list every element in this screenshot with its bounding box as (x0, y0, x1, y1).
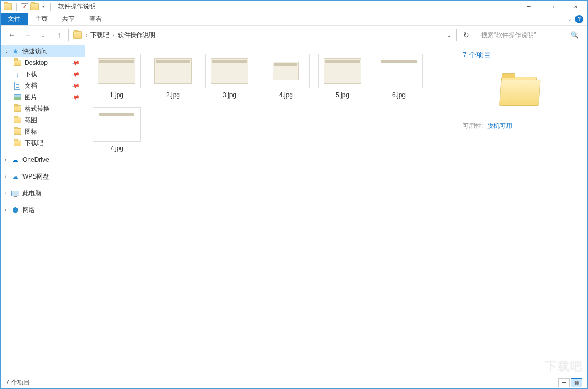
folder-icon (13, 104, 21, 113)
expand-icon[interactable]: › (5, 157, 11, 162)
nav-up-button[interactable]: ↑ (53, 29, 65, 41)
pictures-icon (13, 93, 21, 101)
sidebar-wps[interactable]: › ☁ WPS网盘 (1, 171, 85, 182)
expand-icon[interactable]: › (5, 174, 11, 179)
wps-icon: ☁ (11, 172, 19, 181)
file-thumbnail (318, 54, 366, 88)
file-thumbnail (93, 54, 141, 88)
window-controls: ─ ☐ ✕ (517, 1, 587, 13)
nav-back-button[interactable]: ← (6, 29, 18, 41)
file-list[interactable]: 1.jpg2.jpg3.jpg4.jpg5.jpg6.jpg7.jpg (85, 44, 452, 376)
network-icon: ⬢ (11, 206, 19, 214)
sidebar-desktop[interactable]: Desktop 📌 (1, 57, 85, 68)
sidebar-item-label: 此电脑 (22, 189, 85, 198)
quick-access-toolbar: ✓ ▾ 软件操作说明 (1, 2, 96, 11)
file-item[interactable]: 6.jpg (373, 52, 425, 101)
details-availability-row: 可用性: 脱机可用 (463, 122, 577, 131)
breadcrumb[interactable]: › 下载吧 › 软件操作说明 ⌄ (68, 29, 457, 41)
folder-icon (13, 116, 21, 124)
folder-icon (13, 127, 21, 136)
nav-forward-button[interactable]: → (21, 29, 34, 41)
maximize-button[interactable]: ☐ (540, 1, 564, 13)
breadcrumb-item[interactable]: 下载吧 (89, 31, 110, 40)
sidebar-downloads[interactable]: ↓ 下载 📌 (1, 68, 85, 80)
breadcrumb-item[interactable]: 软件操作说明 (117, 31, 156, 40)
sidebar-item-label: 快速访问 (22, 47, 85, 56)
file-thumbnail (93, 107, 141, 142)
close-button[interactable]: ✕ (564, 1, 587, 13)
file-thumbnail (205, 54, 253, 88)
qat-dropdown-icon[interactable]: ▾ (41, 4, 46, 9)
search-box[interactable]: 🔍 (478, 29, 582, 41)
folder-icon (13, 139, 21, 147)
expand-icon[interactable]: › (5, 191, 11, 196)
help-icon[interactable]: ? (575, 15, 583, 23)
navigation-pane[interactable]: ⌄ ★ 快速访问 Desktop 📌 ↓ 下载 📌 文档 📌 图片 📌 格式转换 (1, 44, 85, 376)
title-bar: ✓ ▾ 软件操作说明 ─ ☐ ✕ (1, 1, 587, 13)
file-name: 2.jpg (166, 91, 180, 99)
desktop-icon (13, 58, 21, 67)
file-item[interactable]: 4.jpg (260, 52, 312, 101)
separator (50, 3, 51, 11)
sidebar-item-label: WPS网盘 (22, 172, 85, 181)
sidebar-pictures[interactable]: 图片 📌 (1, 91, 85, 103)
navigation-bar: ← → ⌄ ↑ › 下载吧 › 软件操作说明 ⌄ ↻ 🔍 (1, 26, 587, 44)
ribbon-expand-icon[interactable]: ⌄ (568, 16, 572, 22)
file-thumbnail (375, 54, 423, 88)
nav-recent-dropdown[interactable]: ⌄ (37, 29, 50, 41)
sidebar-xiazaiba[interactable]: 下载吧 (1, 137, 85, 149)
file-item[interactable]: 7.jpg (90, 105, 143, 154)
file-item[interactable]: 3.jpg (203, 52, 256, 101)
sidebar-quick-access[interactable]: ⌄ ★ 快速访问 (1, 45, 85, 57)
sidebar-item-label: 下载吧 (25, 139, 85, 148)
breadcrumb-folder-icon (73, 31, 82, 39)
ribbon: 文件 主页 共享 查看 ⌄ ? (1, 13, 587, 26)
file-item[interactable]: 5.jpg (316, 52, 368, 101)
downloads-icon: ↓ (13, 70, 21, 78)
main-area: ⌄ ★ 快速访问 Desktop 📌 ↓ 下载 📌 文档 📌 图片 📌 格式转换 (1, 44, 587, 376)
file-name: 7.jpg (110, 145, 123, 152)
details-availability-value: 脱机可用 (487, 122, 512, 131)
minimize-button[interactable]: ─ (517, 1, 540, 13)
file-name: 5.jpg (336, 91, 349, 99)
tab-file[interactable]: 文件 (1, 13, 28, 25)
onedrive-icon: ☁ (11, 156, 19, 164)
tab-home[interactable]: 主页 (28, 13, 55, 25)
details-folder-icon (499, 73, 541, 106)
qat-properties-icon[interactable]: ✓ (21, 3, 28, 10)
collapse-icon[interactable]: ⌄ (5, 49, 11, 54)
file-name: 1.jpg (110, 91, 123, 99)
file-item[interactable]: 1.jpg (90, 52, 143, 101)
search-icon[interactable]: 🔍 (571, 31, 579, 39)
file-name: 6.jpg (392, 91, 406, 99)
view-thumbnails-button[interactable]: ▦ (571, 378, 582, 387)
sidebar-documents[interactable]: 文档 📌 (1, 80, 85, 91)
sidebar-network[interactable]: › ⬢ 网络 (1, 204, 85, 216)
details-title: 7 个项目 (463, 51, 577, 60)
file-name: 3.jpg (223, 91, 236, 99)
view-details-button[interactable]: ☰ (558, 378, 570, 387)
sidebar-item-label: 图标 (25, 127, 85, 136)
tab-view[interactable]: 查看 (82, 13, 109, 25)
status-bar: 7 个项目 ☰ ▦ (1, 376, 587, 388)
sidebar-item-label: 格式转换 (25, 104, 85, 113)
sidebar-item-label: OneDrive (22, 156, 85, 163)
qat-newfolder-icon[interactable] (30, 3, 39, 10)
file-item[interactable]: 2.jpg (147, 52, 199, 101)
star-icon: ★ (11, 47, 19, 55)
refresh-button[interactable]: ↻ (460, 29, 472, 41)
expand-icon[interactable]: › (5, 207, 11, 213)
details-pane: 7 个项目 可用性: 脱机可用 (452, 44, 587, 376)
search-input[interactable] (481, 31, 571, 39)
breadcrumb-dropdown-icon[interactable]: ⌄ (444, 32, 454, 38)
sidebar-screenshot[interactable]: 截图 (1, 114, 85, 126)
tab-share[interactable]: 共享 (55, 13, 82, 25)
sidebar-item-label: 截图 (25, 116, 85, 125)
status-item-count: 7 个项目 (6, 378, 30, 387)
sidebar-format-convert[interactable]: 格式转换 (1, 103, 85, 114)
sidebar-icons[interactable]: 图标 (1, 126, 85, 137)
chevron-right-icon: › (112, 32, 114, 38)
sidebar-this-pc[interactable]: › 此电脑 (1, 187, 85, 199)
sidebar-item-label: 网络 (22, 206, 85, 215)
sidebar-onedrive[interactable]: › ☁ OneDrive (1, 154, 85, 166)
